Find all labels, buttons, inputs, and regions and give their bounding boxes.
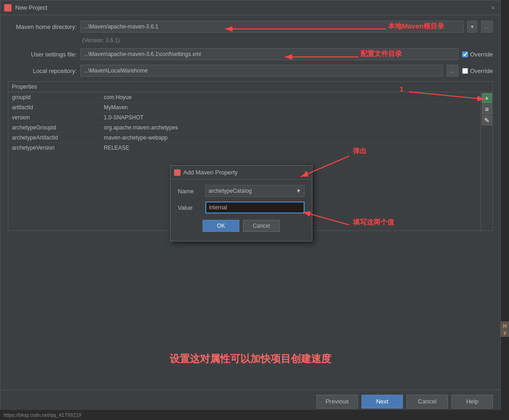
prop-key: artifactId xyxy=(8,104,100,111)
prop-value: RELEASE xyxy=(100,145,481,151)
table-row[interactable]: archetypeArtifactId maven-archetype-weba… xyxy=(8,133,481,143)
override-checkbox[interactable] xyxy=(462,51,468,57)
maven-home-dropdown[interactable]: ▼ xyxy=(467,21,477,33)
prop-value: 1.0-SNAPSHOT xyxy=(100,114,481,121)
dialog-name-value: archetypeCatalog xyxy=(209,188,252,194)
title-bar: New Project × xyxy=(0,0,500,15)
override2-label: Override xyxy=(470,67,493,74)
prop-key: groupId xyxy=(8,94,100,101)
table-row[interactable]: version 1.0-SNAPSHOT xyxy=(8,112,481,123)
dialog-value-input[interactable] xyxy=(205,202,305,213)
override2-checkbox-wrapper: Override xyxy=(462,67,493,74)
maven-version-row: (Version: 3.6.1) xyxy=(8,37,493,44)
prop-key: archetypeGroupId xyxy=(8,124,100,131)
dialog-close-btn[interactable]: × xyxy=(305,169,308,176)
prop-key: version xyxy=(8,114,100,121)
url-text: https://blog.csdn.net/qq_41799219 xyxy=(4,412,81,418)
annotation-area: 设置这对属性可以加快项目创建速度 xyxy=(8,235,493,384)
side-label: H y xyxy=(501,321,509,337)
dialog-ok-btn[interactable]: OK xyxy=(203,220,239,232)
maven-home-label: Maven home directory: xyxy=(8,23,77,30)
window-title: New Project xyxy=(15,4,489,11)
local-repo-input[interactable] xyxy=(80,65,443,77)
help-button[interactable]: Help xyxy=(452,395,493,409)
dialog-title-bar: Add Maven Property × xyxy=(170,166,312,179)
maven-version: (Version: 3.6.1) xyxy=(80,37,119,44)
prop-value: MyMaven xyxy=(100,104,481,111)
side-char-h: H xyxy=(503,323,507,329)
user-settings-label: User settings file: xyxy=(8,51,77,58)
dialog-name-label: Name xyxy=(178,188,201,195)
add-property-btn[interactable]: + xyxy=(482,93,492,103)
dialog-name-row: Name archetypeCatalog ▼ xyxy=(178,185,305,197)
edit-property-btn[interactable]: ✎ xyxy=(482,115,492,125)
prop-value: maven-archetype-webapp xyxy=(100,134,481,141)
previous-button[interactable]: Previous xyxy=(317,395,358,409)
local-repo-row: Local repository: ... Override xyxy=(8,65,493,77)
app-icon xyxy=(4,4,11,11)
add-maven-property-dialog: Add Maven Property × Name archetypeCatal… xyxy=(170,165,312,241)
url-bar: https://blog.csdn.net/qq_41799219 xyxy=(0,410,509,420)
prop-value: org.apache.maven.archetypes xyxy=(100,124,481,131)
bottom-bar: Previous Next Cancel Help xyxy=(0,390,500,413)
properties-header: Properties xyxy=(8,82,492,92)
side-char-y: y xyxy=(503,330,506,335)
prop-key: archetypeArtifactId xyxy=(8,134,100,141)
user-settings-row: User settings file: Override xyxy=(8,48,493,60)
table-row[interactable]: archetypeGroupId org.apache.maven.archet… xyxy=(8,123,481,133)
dialog-value-row: Value xyxy=(178,202,305,213)
table-row[interactable]: artifactId MyMaven xyxy=(8,102,481,112)
properties-sidebar: + ≡ ✎ xyxy=(481,92,492,230)
local-repo-ellipsis[interactable]: ... xyxy=(447,65,458,77)
prop-value: com.Hoyue xyxy=(100,94,481,101)
override2-checkbox[interactable] xyxy=(462,68,468,74)
maven-home-row: Maven home directory: ▼ ... xyxy=(8,21,493,33)
dialog-cancel-btn[interactable]: Cancel xyxy=(243,220,280,232)
speed-tip: 设置这对属性可以加快项目创建速度 xyxy=(170,352,331,366)
watermark-area: 设置这对属性可以加快项目创建速度 xyxy=(8,352,493,366)
next-button[interactable]: Next xyxy=(362,395,403,409)
dialog-buttons: OK Cancel xyxy=(178,218,305,235)
dialog-name-combo[interactable]: archetypeCatalog ▼ xyxy=(205,185,305,197)
table-row[interactable]: groupId com.Hoyue xyxy=(8,92,481,102)
dialog-content: Name archetypeCatalog ▼ Value OK Cancel xyxy=(170,179,312,241)
maven-home-input[interactable] xyxy=(80,21,464,33)
override-checkbox-wrapper: Override xyxy=(462,51,493,58)
local-repo-label: Local repository: xyxy=(8,67,77,74)
prop-key: archetypeVersion xyxy=(8,145,100,151)
dialog-icon xyxy=(174,169,181,176)
maven-home-ellipsis[interactable]: ... xyxy=(481,21,493,33)
close-button[interactable]: × xyxy=(489,4,497,11)
override-label: Override xyxy=(470,51,493,58)
scroll-property-btn[interactable]: ≡ xyxy=(482,104,492,114)
dialog-value-label: Value xyxy=(178,204,201,211)
cancel-button[interactable]: Cancel xyxy=(407,395,448,409)
dialog-title-text: Add Maven Property xyxy=(183,169,302,176)
table-row[interactable]: archetypeVersion RELEASE xyxy=(8,143,481,153)
dialog-name-dropdown-icon: ▼ xyxy=(296,188,301,194)
user-settings-input[interactable] xyxy=(80,48,458,60)
